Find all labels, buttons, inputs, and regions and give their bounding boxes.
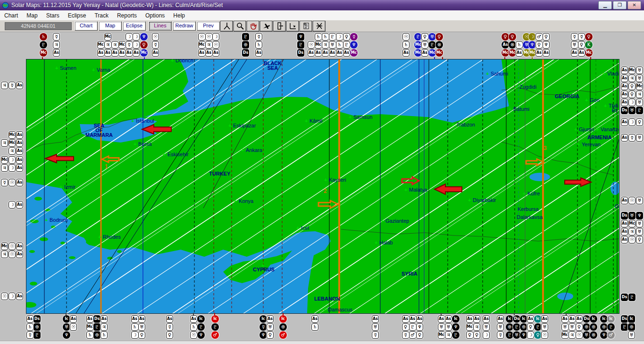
planet-line-badge: ☉ (152, 33, 159, 41)
planet-line-badge: ♃ (628, 75, 636, 82)
planet-line-badge: ♃ (1, 82, 8, 89)
prev-button[interactable]: Prev (197, 21, 220, 31)
menu-track[interactable]: Track (90, 11, 113, 20)
planet-line-badge: ♀ (535, 41, 543, 49)
planet-line-badge: Mc (438, 331, 445, 339)
planet-line-badge: As (445, 315, 452, 323)
planet-line-badge: As (535, 49, 543, 57)
planet-line-badge: As (621, 75, 628, 82)
zoom-icon-button[interactable] (234, 21, 246, 32)
remove-lines-icon-button[interactable] (313, 21, 326, 32)
planet-line-badge: ♅ (636, 67, 643, 74)
eclipse-button[interactable]: Eclipse (123, 21, 146, 31)
planet-line-badge: ♃ (111, 41, 118, 49)
flight-icon-button[interactable] (260, 21, 273, 32)
planet-line-badge: As (53, 49, 60, 57)
planet-line-badge: ♃ (445, 331, 452, 339)
planet-line-badge: Mc (414, 41, 422, 49)
planet-line-badge: ♀ (527, 323, 534, 331)
planet-line-badge: ☽ (133, 33, 140, 41)
planet-line-badge: Mc (502, 49, 509, 57)
planet-line-badge: ♅ (636, 197, 643, 204)
plot-point-icon-button[interactable] (286, 21, 299, 32)
planet-line-badge: ♀ (416, 331, 423, 339)
planet-line-badge: Mc (198, 41, 205, 49)
planet-line-badge: ♄ (100, 331, 108, 339)
lines-tool-icon-button[interactable] (220, 21, 233, 32)
planet-line-badge: As (466, 315, 473, 323)
maximize-button[interactable]: ❐ (613, 1, 627, 9)
planet-line-badge: Ic (197, 315, 205, 323)
planet-line-badge: ☽ (628, 99, 636, 106)
planet-line-badge: ⊗ (509, 41, 516, 49)
planet-line-badge: ♅ (329, 41, 336, 49)
planet-line-badge: ⊕ (93, 331, 100, 339)
planet-line-badge: ♅ (628, 107, 636, 114)
planet-line-badge: As (621, 99, 628, 106)
planet-line-badge: Mc (509, 49, 516, 57)
planet-line-badge: ☿ (628, 134, 636, 142)
planet-line-badge: Ic (63, 315, 70, 323)
map-canvas (26, 59, 619, 313)
planet-line-badge: ♃ (322, 41, 329, 49)
planet-line-badge: ♇ (242, 33, 249, 41)
planet-line-badge: As (166, 315, 173, 323)
planet-line-badge: ♀ (343, 33, 350, 41)
planet-line-badge: ♆ (63, 331, 70, 339)
chart-button[interactable]: Chart (75, 21, 98, 31)
planet-line-badge: As (578, 49, 585, 57)
lines-button[interactable]: Lines (149, 21, 172, 31)
planet-line-badge: Mc (104, 33, 111, 41)
planet-line-badge: As (16, 131, 23, 139)
planet-line-badge: ☉ (541, 331, 548, 339)
planet-line-badge: As (16, 164, 23, 172)
planet-line-badge: ♀ (576, 323, 583, 331)
pan-hand-icon-button[interactable] (247, 21, 259, 32)
planet-line-badge: ☿ (53, 33, 60, 41)
redraw-button[interactable]: Redraw (173, 21, 196, 31)
planet-line-badge: ♅ (628, 331, 635, 339)
planet-line-badge: ☿ (259, 323, 267, 331)
world-map[interactable] (26, 59, 619, 314)
menu-chart[interactable]: Chart (0, 11, 22, 20)
planet-line-badge: As (621, 220, 628, 227)
planet-line-badge: Mc (1, 243, 8, 250)
close-button[interactable]: ✕ (627, 1, 641, 9)
menu-map[interactable]: Map (22, 11, 42, 20)
planet-line-badge: ♂ (279, 331, 287, 339)
planet-line-badge: As (86, 315, 93, 323)
menu-options[interactable]: Options (141, 11, 169, 20)
planet-line-badge: Ds (33, 315, 41, 323)
planet-line-badge: ♀ (628, 91, 636, 98)
planet-line-badge: ♆ (528, 41, 536, 49)
menu-eclipse[interactable]: Eclipse (64, 11, 91, 20)
planet-line-badge: As (621, 118, 628, 126)
menu-help[interactable]: Help (169, 11, 189, 20)
planet-line-badge: ♃ (100, 323, 108, 331)
door-icon-button[interactable] (273, 21, 286, 32)
minimize-button[interactable]: ▁ (598, 1, 612, 9)
planet-line-badge: ♇ (211, 323, 219, 331)
menu-reports[interactable]: Reports (113, 11, 141, 20)
planet-line-badge: ♅ (483, 323, 490, 331)
map-button[interactable]: Map (99, 21, 122, 31)
planet-line-badge: As (621, 83, 628, 90)
planet-line-badge: Mc (8, 139, 16, 147)
report-info-icon-button[interactable] (300, 21, 312, 32)
planet-line-badge: As (16, 243, 23, 250)
planet-line-badge: ♆ (600, 331, 608, 339)
planet-line-badge: ☽ (8, 164, 16, 172)
planet-line-badge: Mc (636, 83, 643, 90)
planet-line-badge: ♄ (311, 323, 318, 331)
planet-line-badge: ⊕ (506, 323, 513, 331)
planet-line-badge: As (329, 49, 336, 57)
planet-line-badge: As (372, 315, 379, 323)
menu-stars[interactable]: Stars (42, 11, 64, 20)
planet-line-badge: ♆ (350, 41, 358, 49)
planet-line-badge: ☿ (255, 33, 262, 41)
planet-line-badge: Ic (211, 315, 219, 323)
planet-line-badge: K (585, 41, 593, 49)
planet-line-badge: ♅ (636, 228, 643, 235)
planet-line-badge: As (118, 49, 125, 57)
planet-line-badge: ☽ (336, 33, 343, 41)
